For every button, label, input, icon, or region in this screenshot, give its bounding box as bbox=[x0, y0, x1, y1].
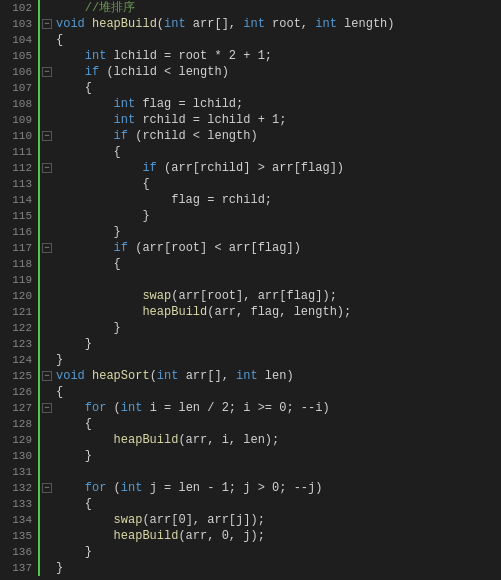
gutter-row: − bbox=[40, 240, 52, 256]
operator: > bbox=[258, 481, 265, 495]
line-number: 104 bbox=[0, 32, 32, 48]
code-line: { bbox=[52, 384, 501, 400]
gutter-row bbox=[40, 32, 52, 48]
gutter-row bbox=[40, 544, 52, 560]
code-line: int flag = lchild; bbox=[52, 96, 501, 112]
line-number: 111 bbox=[0, 144, 32, 160]
keyword: int bbox=[114, 97, 136, 111]
code-line: } bbox=[52, 560, 501, 576]
gutter-row bbox=[40, 416, 52, 432]
line-number: 135 bbox=[0, 528, 32, 544]
line-number: 123 bbox=[0, 336, 32, 352]
line-number: 126 bbox=[0, 384, 32, 400]
code-line: } bbox=[52, 320, 501, 336]
line-number: 122 bbox=[0, 320, 32, 336]
line-number: 125 bbox=[0, 368, 32, 384]
gutter-row bbox=[40, 48, 52, 64]
gutter-row bbox=[40, 560, 52, 576]
code-line: } bbox=[52, 352, 501, 368]
line-number: 105 bbox=[0, 48, 32, 64]
function-name: heapBuild bbox=[114, 529, 179, 543]
keyword: if bbox=[85, 65, 99, 79]
code-editor: 1021031041051061071081091101111121131141… bbox=[0, 0, 501, 576]
line-number: 103 bbox=[0, 16, 32, 32]
line-number: 131 bbox=[0, 464, 32, 480]
code-line: { bbox=[52, 176, 501, 192]
line-number: 114 bbox=[0, 192, 32, 208]
gutter-row bbox=[40, 96, 52, 112]
code-line: } bbox=[52, 336, 501, 352]
code-line: if (arr[rchild] > arr[flag]) bbox=[52, 160, 501, 176]
line-number: 127 bbox=[0, 400, 32, 416]
gutter-row bbox=[40, 496, 52, 512]
function-name: swap bbox=[142, 289, 171, 303]
fold-icon[interactable]: − bbox=[42, 67, 52, 77]
line-number: 119 bbox=[0, 272, 32, 288]
fold-icon[interactable]: − bbox=[42, 131, 52, 141]
fold-icon[interactable]: − bbox=[42, 163, 52, 173]
code-line: void heapBuild(int arr[], int root, int … bbox=[52, 16, 501, 32]
operator: < bbox=[193, 129, 200, 143]
line-number: 121 bbox=[0, 304, 32, 320]
keyword: void bbox=[56, 17, 85, 31]
keyword: if bbox=[142, 161, 156, 175]
line-number: 137 bbox=[0, 560, 32, 576]
code-line: if (arr[root] < arr[flag]) bbox=[52, 240, 501, 256]
gutter-row bbox=[40, 176, 52, 192]
code-line: } bbox=[52, 208, 501, 224]
gutter-row bbox=[40, 0, 52, 16]
function-name: heapBuild bbox=[142, 305, 207, 319]
gutter-row bbox=[40, 272, 52, 288]
operator: < bbox=[214, 241, 221, 255]
line-number: 102 bbox=[0, 0, 32, 16]
line-number: 116 bbox=[0, 224, 32, 240]
gutter-row bbox=[40, 192, 52, 208]
gutter-row bbox=[40, 144, 52, 160]
line-number: 115 bbox=[0, 208, 32, 224]
fold-icon[interactable]: − bbox=[42, 371, 52, 381]
code-content: //堆排序void heapBuild(int arr[], int root,… bbox=[52, 0, 501, 576]
code-line: int lchild = root * 2 + 1; bbox=[52, 48, 501, 64]
gutter-row bbox=[40, 528, 52, 544]
gutter-row: − bbox=[40, 64, 52, 80]
gutter-row bbox=[40, 256, 52, 272]
code-line: heapBuild(arr, i, len); bbox=[52, 432, 501, 448]
code-line: } bbox=[52, 224, 501, 240]
line-number: 129 bbox=[0, 432, 32, 448]
line-number: 120 bbox=[0, 288, 32, 304]
line-number: 134 bbox=[0, 512, 32, 528]
line-number: 130 bbox=[0, 448, 32, 464]
code-line bbox=[52, 464, 501, 480]
gutter-row: − bbox=[40, 480, 52, 496]
code-line: } bbox=[52, 448, 501, 464]
code-line: { bbox=[52, 144, 501, 160]
code-line: void heapSort(int arr[], int len) bbox=[52, 368, 501, 384]
gutter-row bbox=[40, 320, 52, 336]
code-line: heapBuild(arr, flag, length); bbox=[52, 304, 501, 320]
fold-icon[interactable]: − bbox=[42, 243, 52, 253]
line-number: 108 bbox=[0, 96, 32, 112]
line-number: 107 bbox=[0, 80, 32, 96]
fold-icon[interactable]: − bbox=[42, 19, 52, 29]
line-number: 133 bbox=[0, 496, 32, 512]
keyword: void bbox=[56, 369, 85, 383]
keyword: int bbox=[157, 369, 179, 383]
operator: > bbox=[258, 161, 265, 175]
code-line: for (int i = len / 2; i >= 0; --i) bbox=[52, 400, 501, 416]
fold-icon[interactable]: − bbox=[42, 483, 52, 493]
code-line: flag = rchild; bbox=[52, 192, 501, 208]
line-number: 112 bbox=[0, 160, 32, 176]
gutter-row bbox=[40, 336, 52, 352]
keyword: int bbox=[114, 113, 136, 127]
fold-icon[interactable]: − bbox=[42, 403, 52, 413]
code-line bbox=[52, 272, 501, 288]
function-name: swap bbox=[114, 513, 143, 527]
code-line: { bbox=[52, 416, 501, 432]
gutter: −−−−−−−− bbox=[38, 0, 52, 576]
keyword: if bbox=[114, 129, 128, 143]
operator: < bbox=[164, 65, 171, 79]
function-name: heapBuild bbox=[92, 17, 157, 31]
function-name: heapSort bbox=[92, 369, 150, 383]
gutter-row bbox=[40, 432, 52, 448]
gutter-row: − bbox=[40, 400, 52, 416]
